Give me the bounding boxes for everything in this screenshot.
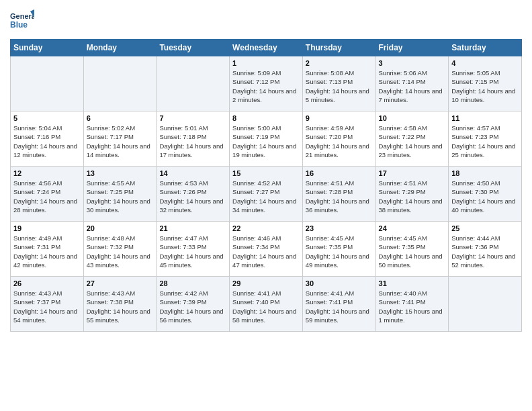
day-number: 25 — [451, 224, 519, 232]
calendar-cell: 12Sunrise: 4:56 AMSunset: 7:24 PMDayligh… — [11, 167, 84, 222]
day-number: 30 — [306, 279, 373, 287]
day-number: 6 — [87, 114, 154, 122]
day-info: Sunrise: 4:47 AMSunset: 7:33 PMDaylight:… — [159, 234, 226, 269]
calendar-cell — [157, 56, 230, 111]
calendar-cell: 1Sunrise: 5:09 AMSunset: 7:12 PMDaylight… — [230, 56, 303, 111]
day-info: Sunrise: 4:44 AMSunset: 7:36 PMDaylight:… — [451, 234, 519, 269]
day-number: 24 — [379, 224, 446, 232]
day-info: Sunrise: 5:01 AMSunset: 7:18 PMDaylight:… — [159, 124, 226, 159]
calendar-cell: 17Sunrise: 4:51 AMSunset: 7:29 PMDayligh… — [375, 167, 449, 222]
calendar-cell: 31Sunrise: 4:40 AMSunset: 7:41 PMDayligh… — [375, 277, 449, 332]
day-info: Sunrise: 4:56 AMSunset: 7:24 PMDaylight:… — [13, 179, 81, 214]
calendar-cell: 4Sunrise: 5:05 AMSunset: 7:15 PMDaylight… — [449, 56, 522, 111]
weekday-header: Tuesday — [157, 40, 230, 56]
calendar-cell: 9Sunrise: 4:59 AMSunset: 7:20 PMDaylight… — [302, 111, 375, 167]
day-info: Sunrise: 5:02 AMSunset: 7:17 PMDaylight:… — [87, 124, 154, 159]
calendar-cell: 11Sunrise: 4:57 AMSunset: 7:23 PMDayligh… — [449, 111, 522, 167]
day-info: Sunrise: 5:04 AMSunset: 7:16 PMDaylight:… — [13, 124, 81, 159]
calendar-cell: 14Sunrise: 4:53 AMSunset: 7:26 PMDayligh… — [157, 167, 230, 222]
weekday-header: Sunday — [11, 40, 84, 56]
day-info: Sunrise: 4:55 AMSunset: 7:25 PMDaylight:… — [87, 179, 154, 214]
calendar-cell: 13Sunrise: 4:55 AMSunset: 7:25 PMDayligh… — [83, 167, 157, 222]
day-number: 11 — [451, 114, 519, 122]
day-number: 3 — [379, 59, 446, 67]
day-info: Sunrise: 4:49 AMSunset: 7:31 PMDaylight:… — [13, 234, 81, 269]
calendar-cell: 24Sunrise: 4:45 AMSunset: 7:35 PMDayligh… — [375, 222, 449, 277]
day-info: Sunrise: 4:48 AMSunset: 7:32 PMDaylight:… — [87, 234, 154, 269]
day-number: 14 — [159, 169, 226, 177]
calendar-cell: 15Sunrise: 4:52 AMSunset: 7:27 PMDayligh… — [230, 167, 303, 222]
day-number: 16 — [306, 169, 373, 177]
calendar-header: SundayMondayTuesdayWednesdayThursdayFrid… — [11, 40, 522, 56]
day-number: 20 — [87, 224, 154, 232]
day-number: 23 — [306, 224, 373, 232]
calendar-cell: 8Sunrise: 5:00 AMSunset: 7:19 PMDaylight… — [230, 111, 303, 167]
calendar-cell: 21Sunrise: 4:47 AMSunset: 7:33 PMDayligh… — [157, 222, 230, 277]
day-info: Sunrise: 4:52 AMSunset: 7:27 PMDaylight:… — [232, 179, 300, 214]
day-number: 21 — [159, 224, 226, 232]
day-info: Sunrise: 4:43 AMSunset: 7:37 PMDaylight:… — [13, 289, 81, 324]
calendar-cell: 22Sunrise: 4:46 AMSunset: 7:34 PMDayligh… — [230, 222, 303, 277]
day-info: Sunrise: 4:42 AMSunset: 7:39 PMDaylight:… — [159, 289, 226, 324]
day-info: Sunrise: 5:08 AMSunset: 7:13 PMDaylight:… — [306, 68, 373, 104]
day-number: 2 — [306, 59, 373, 67]
day-number: 19 — [13, 224, 81, 232]
day-number: 29 — [232, 279, 300, 287]
day-number: 9 — [306, 114, 373, 122]
weekday-header: Wednesday — [230, 40, 303, 56]
day-number: 26 — [13, 279, 81, 287]
calendar-cell: 23Sunrise: 4:45 AMSunset: 7:35 PMDayligh… — [302, 222, 375, 277]
calendar-cell: 30Sunrise: 4:41 AMSunset: 7:41 PMDayligh… — [302, 277, 375, 332]
day-number: 4 — [451, 59, 519, 67]
day-number: 13 — [87, 169, 154, 177]
day-info: Sunrise: 4:43 AMSunset: 7:38 PMDaylight:… — [87, 289, 154, 324]
day-number: 28 — [159, 279, 226, 287]
day-info: Sunrise: 5:09 AMSunset: 7:12 PMDaylight:… — [232, 68, 300, 104]
day-info: Sunrise: 4:40 AMSunset: 7:41 PMDaylight:… — [379, 289, 446, 324]
calendar-cell: 16Sunrise: 4:51 AMSunset: 7:28 PMDayligh… — [302, 167, 375, 222]
calendar-week-row: 12Sunrise: 4:56 AMSunset: 7:24 PMDayligh… — [11, 167, 522, 222]
calendar-cell — [449, 277, 522, 332]
logo-svg: General Blue — [10, 9, 34, 34]
calendar-cell: 7Sunrise: 5:01 AMSunset: 7:18 PMDaylight… — [157, 111, 230, 167]
day-number: 22 — [232, 224, 300, 232]
calendar-cell: 18Sunrise: 4:50 AMSunset: 7:30 PMDayligh… — [449, 167, 522, 222]
day-number: 18 — [451, 169, 519, 177]
calendar-week-row: 19Sunrise: 4:49 AMSunset: 7:31 PMDayligh… — [11, 222, 522, 277]
day-info: Sunrise: 4:53 AMSunset: 7:26 PMDaylight:… — [159, 179, 226, 214]
calendar-table: SundayMondayTuesdayWednesdayThursdayFrid… — [10, 39, 522, 332]
calendar-cell: 29Sunrise: 4:41 AMSunset: 7:40 PMDayligh… — [230, 277, 303, 332]
day-info: Sunrise: 4:58 AMSunset: 7:22 PMDaylight:… — [379, 124, 446, 159]
day-number: 17 — [379, 169, 446, 177]
day-info: Sunrise: 4:57 AMSunset: 7:23 PMDaylight:… — [451, 124, 519, 159]
day-number: 8 — [232, 114, 300, 122]
day-info: Sunrise: 4:50 AMSunset: 7:30 PMDaylight:… — [451, 179, 519, 214]
day-info: Sunrise: 4:51 AMSunset: 7:29 PMDaylight:… — [379, 179, 446, 214]
day-number: 7 — [159, 114, 226, 122]
day-number: 10 — [379, 114, 446, 122]
calendar-cell: 19Sunrise: 4:49 AMSunset: 7:31 PMDayligh… — [11, 222, 84, 277]
calendar-cell: 26Sunrise: 4:43 AMSunset: 7:37 PMDayligh… — [11, 277, 84, 332]
day-number: 15 — [232, 169, 300, 177]
calendar-body: 1Sunrise: 5:09 AMSunset: 7:12 PMDaylight… — [11, 56, 522, 332]
svg-text:General: General — [10, 12, 34, 20]
calendar-cell: 27Sunrise: 4:43 AMSunset: 7:38 PMDayligh… — [83, 277, 157, 332]
calendar-cell: 2Sunrise: 5:08 AMSunset: 7:13 PMDaylight… — [302, 56, 375, 111]
day-info: Sunrise: 4:41 AMSunset: 7:41 PMDaylight:… — [306, 289, 373, 324]
svg-text:Blue: Blue — [10, 20, 28, 30]
calendar-week-row: 5Sunrise: 5:04 AMSunset: 7:16 PMDaylight… — [11, 111, 522, 167]
calendar-cell: 3Sunrise: 5:06 AMSunset: 7:14 PMDaylight… — [375, 56, 449, 111]
day-info: Sunrise: 4:59 AMSunset: 7:20 PMDaylight:… — [306, 124, 373, 159]
day-info: Sunrise: 5:05 AMSunset: 7:15 PMDaylight:… — [451, 68, 519, 104]
weekday-header: Monday — [83, 40, 157, 56]
calendar-cell: 10Sunrise: 4:58 AMSunset: 7:22 PMDayligh… — [375, 111, 449, 167]
calendar-week-row: 1Sunrise: 5:09 AMSunset: 7:12 PMDaylight… — [11, 56, 522, 111]
day-info: Sunrise: 4:41 AMSunset: 7:40 PMDaylight:… — [232, 289, 300, 324]
calendar-cell: 5Sunrise: 5:04 AMSunset: 7:16 PMDaylight… — [11, 111, 84, 167]
day-info: Sunrise: 4:45 AMSunset: 7:35 PMDaylight:… — [379, 234, 446, 269]
day-info: Sunrise: 5:00 AMSunset: 7:19 PMDaylight:… — [232, 124, 300, 159]
calendar-cell: 20Sunrise: 4:48 AMSunset: 7:32 PMDayligh… — [83, 222, 157, 277]
day-number: 1 — [232, 59, 300, 67]
weekday-header: Thursday — [302, 40, 375, 56]
calendar-week-row: 26Sunrise: 4:43 AMSunset: 7:37 PMDayligh… — [11, 277, 522, 332]
